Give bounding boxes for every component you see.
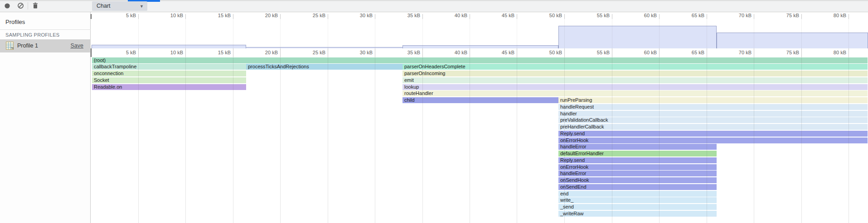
flame-gridline bbox=[754, 57, 754, 223]
ruler-tick bbox=[612, 14, 612, 19]
overview-silhouette[interactable] bbox=[91, 19, 868, 48]
flame-bar-parserOnHeadersComplete[interactable]: parserOnHeadersComplete bbox=[402, 64, 868, 70]
sampling-profiles-section-label: SAMPLING PROFILES bbox=[5, 32, 59, 38]
ruler-tick-label: 20 kB bbox=[251, 13, 278, 18]
flame-bar-handler[interactable]: handler bbox=[558, 111, 868, 117]
ruler-tick-label: 45 kB bbox=[487, 13, 514, 18]
ruler-tick-label: 60 kB bbox=[630, 50, 657, 55]
ruler-tick bbox=[707, 14, 707, 19]
ruler-tick-label: 25 kB bbox=[298, 13, 325, 18]
block-icon bbox=[17, 2, 24, 10]
flame-bar-handleError[interactable]: handleError bbox=[558, 144, 717, 150]
flame-bar-onErrorHook[interactable]: onErrorHook bbox=[558, 138, 868, 143]
overview-gridline bbox=[564, 19, 565, 48]
ruler-tick-label: 55 kB bbox=[582, 13, 610, 18]
flame-bar-root[interactable]: (root) bbox=[92, 57, 868, 63]
view-mode-select[interactable]: Chart ▼ bbox=[92, 1, 147, 11]
flame-gridline bbox=[422, 57, 423, 223]
flame-bar-onSendHook[interactable]: onSendHook bbox=[558, 177, 717, 183]
save-profile-link[interactable]: Save bbox=[71, 43, 84, 49]
flame-bar-parserOnIncoming[interactable]: parserOnIncoming bbox=[402, 71, 868, 76]
flame-bar-Reply.send[interactable]: Reply.send bbox=[558, 131, 868, 137]
flame-bar-_send[interactable]: _send bbox=[558, 204, 717, 210]
flame-bar-emit[interactable]: emit bbox=[402, 77, 868, 83]
view-mode-selected-value: Chart bbox=[97, 3, 111, 9]
ruler-tick-label: 45 kB bbox=[487, 50, 514, 55]
flame-gridline bbox=[185, 57, 186, 223]
flame-bar-onconnection[interactable]: onconnection bbox=[92, 71, 246, 76]
overview-gridline bbox=[754, 19, 754, 48]
overview-ruler: 5 kB10 kB15 kB20 kB25 kB30 kB35 kB40 kB4… bbox=[91, 12, 868, 19]
ruler-tick bbox=[280, 48, 281, 57]
flame-gridline bbox=[328, 57, 328, 223]
flame-bar-handleRequest[interactable]: handleRequest bbox=[558, 104, 868, 110]
ruler-tick bbox=[138, 48, 139, 57]
overview-step bbox=[92, 45, 246, 48]
overview-gridline bbox=[801, 19, 802, 48]
ruler-tick-label: 80 kB bbox=[819, 13, 846, 18]
flame-bar-preHandlerCallback[interactable]: preHandlerCallback bbox=[558, 124, 868, 130]
ruler-tick bbox=[659, 14, 659, 19]
ruler-tick bbox=[517, 14, 517, 19]
flame-chart[interactable]: (root)callbackTrampolineprocessTicksAndR… bbox=[91, 57, 868, 223]
flame-bar-Socket[interactable]: Socket bbox=[92, 77, 246, 83]
flame-bar-child[interactable]: child bbox=[402, 97, 558, 103]
record-icon bbox=[4, 3, 10, 10]
flame-bar-onErrorHook[interactable]: onErrorHook bbox=[558, 164, 717, 170]
ruler-tick-label: 30 kB bbox=[345, 50, 373, 55]
flame-bar-preValidationCallback[interactable]: preValidationCallback bbox=[558, 117, 868, 123]
ruler-tick-label: 40 kB bbox=[440, 13, 467, 18]
flame-gridline bbox=[138, 57, 139, 223]
flame-bar-processTicksAndRejections[interactable]: processTicksAndRejections bbox=[246, 64, 402, 70]
sidebar-title: Profiles bbox=[5, 19, 25, 25]
profile-name: Profile 1 bbox=[17, 43, 38, 49]
overview-step bbox=[402, 45, 558, 48]
ruler-tick-label: 65 kB bbox=[677, 50, 704, 55]
ruler-tick bbox=[233, 14, 233, 19]
flame-bar-Reply.send[interactable]: Reply.send bbox=[558, 157, 717, 163]
flame-bar-lookup[interactable]: lookup bbox=[402, 84, 868, 90]
flame-bar-end[interactable]: end bbox=[558, 191, 717, 197]
ruler-tick-label: 70 kB bbox=[724, 13, 752, 18]
flame-gridline bbox=[612, 57, 612, 223]
flame-bar-_writeRaw[interactable]: _writeRaw bbox=[558, 211, 717, 217]
ruler-tick bbox=[470, 48, 470, 57]
flame-gridline bbox=[707, 57, 707, 223]
flame-chart-pane: 5 kB10 kB15 kB20 kB25 kB30 kB35 kB40 kB4… bbox=[91, 12, 868, 223]
ruler-origin-mark bbox=[91, 14, 92, 19]
flame-gridline bbox=[280, 57, 281, 223]
overview-gridline bbox=[138, 19, 139, 48]
flame-bar-defaultErrorHandler[interactable]: defaultErrorHandler bbox=[558, 151, 717, 157]
flame-gridline bbox=[470, 57, 470, 223]
record-button[interactable] bbox=[3, 2, 12, 11]
ruler-tick bbox=[612, 48, 612, 57]
flame-bar-handleError[interactable]: handleError bbox=[558, 171, 717, 176]
flame-bar-runPreParsing[interactable]: runPreParsing bbox=[558, 97, 868, 103]
overview-step bbox=[717, 33, 868, 48]
trash-icon bbox=[32, 2, 39, 10]
delete-profile-button[interactable] bbox=[31, 2, 40, 11]
ruler-tick bbox=[801, 14, 802, 19]
toolbar-separator bbox=[28, 2, 28, 9]
sidebar-item-profile-1[interactable]: % Profile 1 Save bbox=[0, 39, 91, 52]
flame-bar-routeHandler[interactable]: routeHandler bbox=[402, 90, 868, 96]
ruler-tick bbox=[470, 14, 470, 19]
ruler-origin-mark bbox=[91, 48, 92, 57]
ruler-tick-label: 5 kB bbox=[109, 13, 136, 18]
flame-bar-Readable.on[interactable]: Readable.on bbox=[92, 84, 246, 90]
ruler-tick bbox=[138, 14, 139, 19]
flame-bar-write_[interactable]: write_ bbox=[558, 197, 717, 203]
flame-gridline bbox=[517, 57, 517, 223]
flame-bar-onSendEnd[interactable]: onSendEnd bbox=[558, 184, 717, 190]
flame-gridline bbox=[801, 57, 802, 223]
overview-gridline bbox=[280, 19, 281, 48]
overview-gridline bbox=[422, 19, 423, 48]
ruler-tick bbox=[422, 48, 423, 57]
flame-bar-callbackTrampoline[interactable]: callbackTrampoline bbox=[92, 64, 246, 70]
flame-gridline bbox=[659, 57, 659, 223]
ruler-tick bbox=[564, 48, 565, 57]
overview-gridline bbox=[185, 19, 186, 48]
sidebar-divider bbox=[0, 29, 91, 30]
profiles-sidebar: Profiles SAMPLING PROFILES % Profile 1 S… bbox=[0, 12, 91, 223]
clear-button[interactable] bbox=[16, 2, 25, 11]
